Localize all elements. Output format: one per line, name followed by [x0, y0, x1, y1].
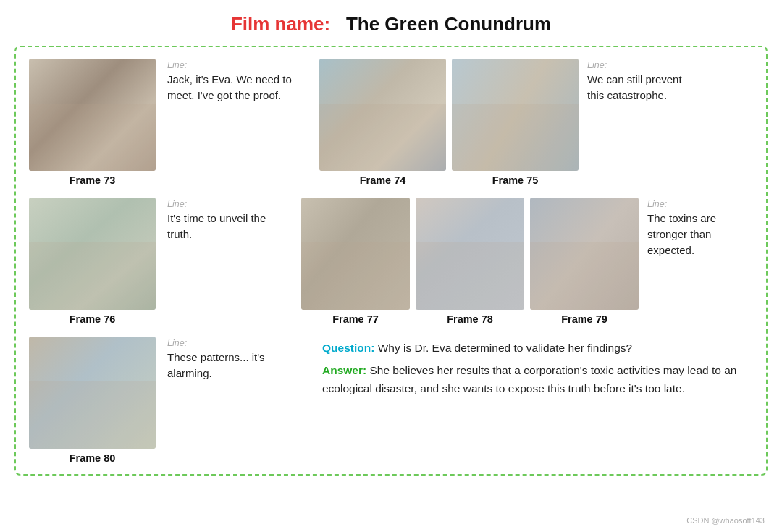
frame-label-75: Frame 75: [492, 174, 539, 186]
page-title: Film name: The Green Conundrum: [231, 13, 551, 35]
question-label: Question:: [322, 342, 374, 354]
frame-label-80: Frame 80: [70, 452, 116, 464]
row-3: Frame 80 Line: These patterns... it's al…: [29, 337, 753, 464]
frame-label-74: Frame 74: [360, 174, 406, 186]
frame-block-77: Frame 77: [301, 198, 410, 325]
title-label: Film name:: [231, 13, 330, 35]
frame-image-74: [319, 59, 446, 171]
line-label-1-left: Line:: [167, 60, 306, 70]
qa-answer: Answer: She believes her results that a …: [322, 362, 753, 398]
frame-image-75: [452, 59, 579, 171]
row-2: Frame 76 Line: It's time to unveil the t…: [29, 198, 753, 325]
line-label-2-left: Line:: [167, 199, 288, 209]
frame-image-76: [29, 198, 156, 310]
answer-label: Answer:: [322, 364, 366, 376]
main-container: Frame 73 Line: Jack, it's Eva. We need t…: [14, 46, 768, 476]
frame-image-77: [301, 198, 410, 310]
frame-image-78: [416, 198, 524, 310]
line-text-2-right: The toxins are stronger than expected.: [647, 211, 753, 258]
line-text-2-left: It's time to unveil the truth.: [167, 211, 288, 242]
frame-block-75: Frame 75: [452, 59, 579, 186]
frame-block-73: Frame 73: [29, 59, 156, 186]
frame-image-80: [29, 337, 156, 449]
frame-label-79: Frame 79: [561, 313, 607, 325]
frame-image-79: [530, 198, 639, 310]
watermark: CSDN @whaosoft143: [686, 516, 765, 525]
frame-image-73: [29, 59, 156, 171]
line-block-3-left: Line: These patterns... it's alarming.: [161, 337, 306, 381]
line-label-3-left: Line:: [167, 338, 306, 348]
question-text: Why is Dr. Eva determined to validate he…: [378, 342, 633, 354]
frame-block-80: Frame 80: [29, 337, 156, 464]
answer-text: She believes her results that a corporat…: [322, 364, 736, 394]
frame-label-73: Frame 73: [70, 174, 116, 186]
line-label-2-right: Line:: [647, 199, 753, 209]
frame-block-78: Frame 78: [416, 198, 524, 325]
frame-block-74: Frame 74: [319, 59, 446, 186]
frame-label-76: Frame 76: [70, 313, 116, 325]
title-value: The Green Conundrum: [346, 13, 551, 35]
line-text-1-left: Jack, it's Eva. We need to meet. I've go…: [167, 72, 298, 104]
line-block-2-right: Line: The toxins are stronger than expec…: [644, 198, 753, 258]
line-block-1-left: Line: Jack, it's Eva. We need to meet. I…: [161, 59, 306, 104]
qa-question: Question: Why is Dr. Eva determined to v…: [322, 339, 753, 358]
frame-label-77: Frame 77: [332, 313, 379, 325]
line-text-1-right: We can still prevent this catastrophe.: [587, 72, 700, 104]
line-text-3-left: These patterns... it's alarming.: [167, 350, 298, 381]
frame-block-79: Frame 79: [530, 198, 639, 325]
line-block-2-left: Line: It's time to unveil the truth.: [161, 198, 288, 242]
line-label-1-right: Line:: [587, 60, 700, 70]
row-1: Frame 73 Line: Jack, it's Eva. We need t…: [29, 59, 753, 186]
line-block-1-right: Line: We can still prevent this catastro…: [584, 59, 700, 104]
qa-block: Question: Why is Dr. Eva determined to v…: [322, 337, 753, 397]
frame-label-78: Frame 78: [447, 313, 493, 325]
frame-block-76: Frame 76: [29, 198, 156, 325]
